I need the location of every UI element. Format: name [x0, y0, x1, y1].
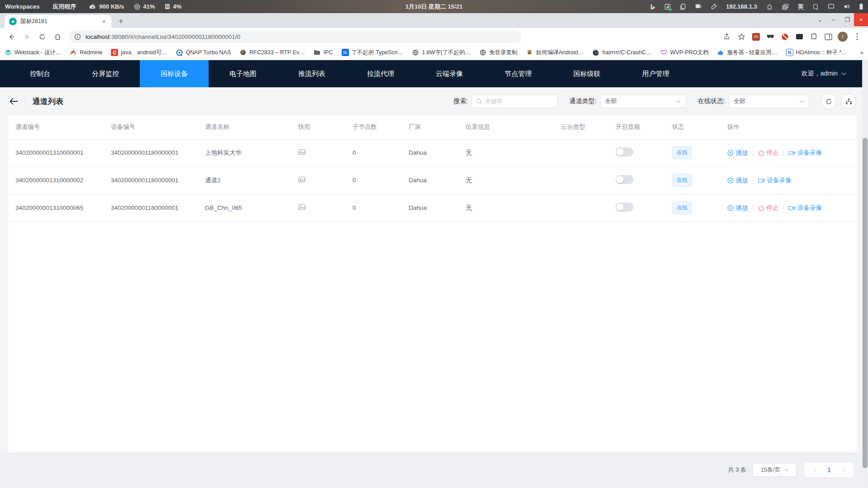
nav-item-cloud-record[interactable]: 云端录像: [415, 60, 484, 87]
play-link[interactable]: 播放: [727, 176, 748, 185]
new-tab-button[interactable]: +: [115, 15, 127, 27]
color-picker-tray-icon[interactable]: [711, 4, 717, 10]
prev-page-chevron-icon[interactable]: ‹: [807, 466, 822, 474]
bookmark-star-icon[interactable]: [735, 31, 747, 43]
caffeine-cup-tray-icon[interactable]: [695, 4, 701, 9]
clipboard-tray-icon[interactable]: [680, 4, 686, 10]
nav-item-console[interactable]: 控制台: [9, 60, 71, 87]
device-record-link[interactable]: 设备录像: [788, 149, 822, 157]
search-input-wrap: [472, 95, 558, 108]
channel-type-select[interactable]: 全部: [600, 95, 686, 108]
bookmark-webstack[interactable]: Webstack - 设计…: [5, 49, 61, 57]
refresh-button[interactable]: [821, 94, 836, 109]
qnap-swirl-icon: [176, 49, 183, 56]
online-status-select[interactable]: 全部: [729, 95, 809, 108]
nav-item-push-list[interactable]: 推流列表: [277, 60, 346, 87]
bookmark-qnap[interactable]: QNAP Turbo NAS: [176, 49, 231, 56]
network-speed-indicator[interactable]: 900 KB/s: [89, 3, 124, 10]
page-scrollbar-thumb[interactable]: [863, 138, 868, 468]
bookmark-redmine[interactable]: Redmine: [70, 49, 102, 56]
audio-toggle[interactable]: [615, 175, 634, 184]
display-tray-icon[interactable]: [828, 4, 835, 9]
globe-icon: [479, 49, 486, 56]
bookmark-github-crash[interactable]: hairrrrr/C-CrashC…: [592, 49, 652, 56]
nav-item-gb-cascade[interactable]: 国标级联: [553, 60, 621, 87]
back-icon[interactable]: [5, 30, 18, 43]
bing-tray-icon[interactable]: [650, 4, 655, 10]
stop-link[interactable]: 停止: [758, 204, 779, 212]
site-info-icon[interactable]: [74, 33, 81, 40]
nav-item-node-manage[interactable]: 节点管理: [484, 60, 553, 87]
reload-icon[interactable]: [36, 30, 48, 43]
nav-item-split-monitor[interactable]: 分屏监控: [71, 60, 140, 87]
profile-avatar[interactable]: I: [837, 31, 849, 43]
play-link[interactable]: 播放: [727, 204, 748, 212]
pagination-bar: 共 3 条 15条/页 ‹ 1 ›: [0, 452, 868, 488]
volume-tray-icon[interactable]: [844, 4, 850, 9]
windows-tray-icon[interactable]: [782, 4, 789, 10]
browser-tab-bar: ❖ 国标28181 × + ⌄ – ❐ ×: [0, 13, 868, 28]
bookmark-lighthouse-server[interactable]: 服务器 - 轻量应用…: [717, 49, 777, 57]
ext-mask-icon[interactable]: [764, 31, 776, 43]
ext-blocker-icon[interactable]: [779, 31, 791, 43]
nav-item-user-manage[interactable]: 用户管理: [621, 60, 690, 87]
bookmark-android-build[interactable]: 如何编译Android…: [526, 49, 584, 57]
stop-link[interactable]: 停止: [758, 149, 779, 157]
search-input[interactable]: [485, 98, 553, 105]
window-restore-button[interactable]: ❐: [840, 13, 854, 26]
nav-item-gb-devices[interactable]: 国标设备: [140, 60, 209, 87]
ext-screen-recorder-icon[interactable]: [793, 31, 805, 43]
back-arrow-icon[interactable]: [9, 97, 19, 105]
cpu-usage-indicator[interactable]: 41%: [134, 3, 155, 10]
memory-usage-indicator[interactable]: 4%: [165, 3, 181, 10]
bookmark-ipc-folder[interactable]: IPC: [314, 49, 333, 56]
url-omnibox[interactable]: localhost:38080/#/channelList/3402000000…: [69, 30, 521, 43]
side-panel-icon[interactable]: [822, 31, 834, 43]
next-page-chevron-icon[interactable]: ›: [836, 466, 851, 474]
bookmark-article-18w[interactable]: 1.8W字|了不起的…: [412, 49, 470, 57]
nav-item-pull-proxy[interactable]: 拉流代理: [346, 60, 415, 87]
channel-type-label: 通道类型:: [569, 97, 596, 105]
applications-menu[interactable]: 应用程序: [52, 3, 76, 11]
bookmark-c-site[interactable]: Cjava、android可…: [111, 49, 167, 57]
phone-link-tray-icon[interactable]: [813, 4, 819, 10]
browser-menu-kebab-icon[interactable]: [851, 31, 863, 43]
bookmark-rfc2833[interactable]: RFC2833 – RTP Ev…: [239, 49, 305, 56]
bookmark-zhihu-typescript[interactable]: 知了不起的 TypeScri…: [342, 49, 404, 57]
snapshot-image-icon[interactable]: [298, 176, 305, 183]
play-link[interactable]: 播放: [727, 149, 748, 157]
bookmark-wvp-docs[interactable]: WVP-PRO文档: [660, 49, 709, 57]
window-minimize-button[interactable]: –: [827, 13, 840, 26]
user-menu[interactable]: 欢迎，admin: [801, 70, 846, 78]
device-record-link[interactable]: 设备录像: [758, 176, 792, 185]
current-page-number[interactable]: 1: [822, 466, 836, 474]
tab-close-icon[interactable]: ×: [100, 18, 108, 25]
bookmark-hdatmos[interactable]: NHDAtmos :: 种子 *…: [786, 49, 847, 57]
home-tray-icon[interactable]: [766, 4, 773, 10]
col-status: 状态: [665, 115, 720, 139]
tree-view-button[interactable]: [841, 94, 856, 109]
nav-item-e-map[interactable]: 电子地图: [209, 60, 277, 87]
extensions-puzzle-icon[interactable]: [808, 31, 820, 43]
share-icon[interactable]: [721, 31, 733, 43]
window-close-button[interactable]: ×: [854, 13, 868, 26]
workspaces-button[interactable]: Workspaces: [5, 3, 39, 10]
audio-toggle[interactable]: [615, 203, 634, 212]
snapshot-image-icon[interactable]: [298, 204, 305, 210]
home-icon[interactable]: [51, 30, 64, 43]
browser-tab[interactable]: ❖ 国标28181 ×: [5, 15, 111, 28]
audio-toggle[interactable]: [615, 147, 634, 156]
screenshot-tray-icon[interactable]: [664, 4, 671, 10]
ip-address-indicator[interactable]: 192.168.1.3: [726, 3, 757, 10]
forward-icon[interactable]: [20, 30, 33, 43]
input-method-indicator[interactable]: 英: [798, 3, 804, 11]
ext-js-icon[interactable]: JS: [750, 31, 762, 43]
tab-search-chevron-icon[interactable]: ⌄: [813, 13, 827, 26]
battery-tray-icon[interactable]: [859, 3, 863, 10]
page-size-select[interactable]: 15条/页: [753, 463, 796, 477]
refresh-icon: [825, 98, 832, 105]
device-record-link[interactable]: 设备录像: [788, 204, 822, 212]
bookmarks-overflow-chevron[interactable]: »: [860, 49, 863, 56]
snapshot-image-icon[interactable]: [298, 149, 305, 155]
bookmark-copy-nologin[interactable]: 免登录复制: [479, 49, 518, 57]
